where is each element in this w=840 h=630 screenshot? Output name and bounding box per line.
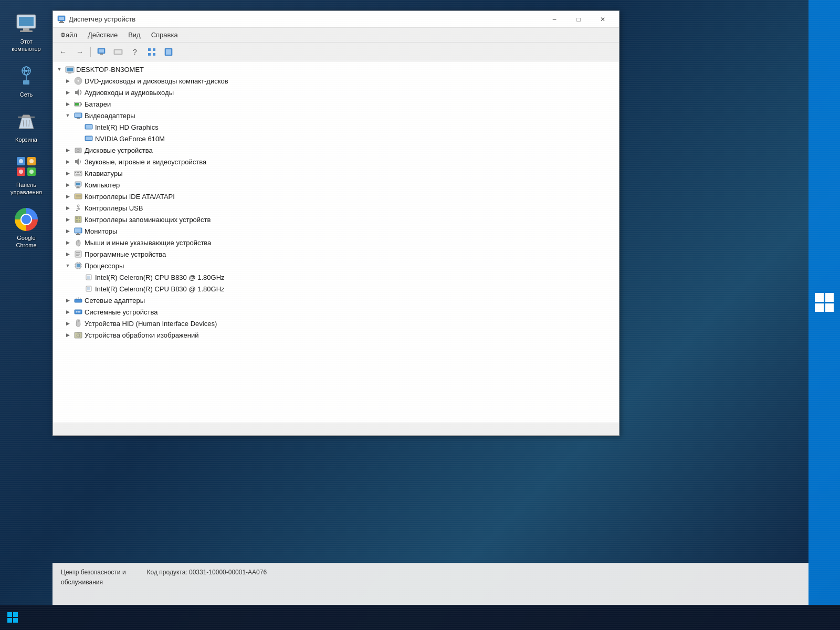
tree-mouse[interactable]: ▶ Мыши и иные указывающие устройства [53, 237, 619, 248]
usb-expander[interactable]: ▶ [64, 204, 72, 212]
monitors-expander[interactable]: ▶ [64, 227, 72, 235]
dvd-label: DVD-дисководы и дисководы компакт-дисков [85, 77, 228, 85]
toolbar-btn-1[interactable] [93, 45, 109, 59]
svg-rect-29 [148, 53, 151, 56]
tree-nvidia-gpu[interactable]: NVIDIA GeForce 610M [53, 133, 619, 144]
disk-expander[interactable]: ▶ [64, 146, 72, 154]
tree-battery[interactable]: ▶ Батареи [53, 98, 619, 110]
tree-cpu1[interactable]: Intel(R) Celeron(R) CPU B830 @ 1.80GHz [53, 271, 619, 283]
net-adapter-icon [74, 296, 83, 305]
maximize-button[interactable]: □ [566, 11, 591, 28]
tree-system-dev[interactable]: ▶ Системные устройства [53, 306, 619, 318]
svg-marker-51 [75, 159, 79, 165]
menu-file[interactable]: Файл [55, 29, 82, 41]
device-tree[interactable]: ▼ DESKTOP-BN3OMET ▶ DVD-дисководы и диск… [53, 61, 619, 423]
tree-net-adapters[interactable]: ▶ Сетевые адаптеры [53, 295, 619, 306]
tree-storage[interactable]: ▶ Контроллеры запоминающих устройств [53, 214, 619, 225]
imaging-label: Устройства обработки изображений [85, 331, 199, 339]
desktop-icon-control-panel[interactable]: Панельуправления [3, 154, 50, 196]
svg-rect-2 [23, 28, 29, 30]
desktop-icon-computer[interactable]: Этоткомпьютер [3, 10, 50, 53]
battery-expander[interactable]: ▶ [64, 100, 72, 108]
taskbar [0, 605, 840, 630]
root-expander[interactable]: ▼ [55, 65, 64, 74]
tree-video[interactable]: ▼ Видеоадаптеры [53, 110, 619, 121]
svg-rect-49 [75, 148, 81, 153]
toolbar-btn-3[interactable]: ? [127, 45, 143, 59]
keyboard-expander[interactable]: ▶ [64, 169, 72, 177]
tree-keyboard[interactable]: ▶ Клавиатуры [53, 167, 619, 179]
computer-icon [14, 10, 39, 36]
system-expander[interactable]: ▶ [64, 308, 72, 316]
minimize-button[interactable]: – [542, 11, 566, 28]
tree-processors[interactable]: ▼ Процессоры [53, 260, 619, 271]
tree-monitors[interactable]: ▶ Мониторы [53, 225, 619, 237]
svg-rect-26 [115, 50, 121, 54]
desktop-icon-chrome[interactable]: GoogleChrome [3, 207, 50, 249]
tree-root[interactable]: ▼ DESKTOP-BN3OMET [53, 64, 619, 75]
menu-help[interactable]: Справка [146, 29, 183, 41]
menu-view[interactable]: Вид [123, 29, 146, 41]
ide-expander[interactable]: ▶ [64, 192, 72, 201]
video-expander[interactable]: ▼ [64, 111, 72, 120]
tree-disk[interactable]: ▶ Дисковые устройства [53, 144, 619, 156]
tree-intel-gpu[interactable]: Intel(R) HD Graphics [53, 121, 619, 133]
tree-software[interactable]: ▶ Программные устройства [53, 248, 619, 260]
net-expander[interactable]: ▶ [64, 296, 72, 304]
mouse-expander[interactable]: ▶ [64, 238, 72, 247]
toolbar-btn-2[interactable] [110, 45, 126, 59]
svg-rect-19 [59, 17, 64, 20]
software-icon [74, 249, 83, 259]
hid-expander[interactable]: ▶ [64, 319, 72, 328]
forward-button[interactable]: → [72, 45, 88, 59]
start-button[interactable] [0, 605, 25, 630]
video-label: Видеоадаптеры [85, 112, 135, 120]
sound-icon [74, 157, 83, 166]
net-adapter-label: Сетевые адаптеры [85, 297, 145, 304]
imaging-expander[interactable]: ▶ [64, 331, 72, 339]
back-button[interactable]: ← [55, 45, 71, 59]
svg-rect-35 [68, 72, 71, 74]
window-title-left: Диспетчер устройств [57, 15, 135, 24]
dvd-expander[interactable]: ▶ [64, 77, 72, 85]
storage-expander[interactable]: ▶ [64, 215, 72, 224]
svg-rect-34 [67, 68, 73, 71]
tree-cpu2[interactable]: Intel(R) Celeron(R) CPU B830 @ 1.80GHz [53, 283, 619, 295]
close-button[interactable]: ✕ [591, 11, 615, 28]
win-logo-q3 [815, 303, 824, 312]
control-panel-icon-label: Панельуправления [10, 181, 42, 196]
sound-expander[interactable]: ▶ [64, 158, 72, 166]
toolbar-btn-5[interactable] [161, 45, 176, 59]
tree-hid[interactable]: ▶ Устройства HID (Human Interface Device… [53, 318, 619, 329]
desktop-icon-recycle[interactable]: Корзина [3, 109, 50, 143]
tree-usb[interactable]: ▶ Контроллеры USB [53, 202, 619, 214]
proc-expander[interactable]: ▼ [64, 261, 72, 270]
tree-computer[interactable]: ▶ Компьютер [53, 179, 619, 191]
usb-label: Контроллеры USB [85, 204, 143, 212]
video-icon [74, 111, 83, 120]
tree-imaging[interactable]: ▶ Устройства обработки изображений [53, 329, 619, 341]
imaging-icon [74, 330, 83, 340]
svg-rect-27 [148, 48, 151, 51]
tree-sound[interactable]: ▶ Звуковые, игровые и видеоустройства [53, 156, 619, 167]
svg-rect-60 [77, 186, 79, 187]
menu-action[interactable]: Действие [82, 29, 123, 41]
nvidia-gpu-expander [74, 134, 82, 143]
tree-audio[interactable]: ▶ Аудиовходы и аудиовыходы [53, 87, 619, 98]
tree-dvd[interactable]: ▶ DVD-дисководы и дисководы компакт-диск… [53, 75, 619, 87]
svg-rect-52 [75, 171, 82, 176]
desktop-icon-network[interactable]: Сеть [3, 64, 50, 98]
svg-rect-75 [79, 220, 80, 222]
window-title-text: Диспетчер устройств [69, 15, 135, 23]
tree-ide[interactable]: ▶ Контроллеры IDE ATA/ATAPI [53, 191, 619, 202]
software-expander[interactable]: ▶ [64, 250, 72, 258]
svg-rect-20 [60, 21, 63, 22]
device-manager-window: Диспетчер устройств – □ ✕ Файл Действие … [52, 10, 620, 436]
computer-icon-label: Этоткомпьютер [12, 38, 40, 53]
audio-expander[interactable]: ▶ [64, 88, 72, 97]
svg-rect-24 [100, 54, 103, 55]
comp-expander[interactable]: ▶ [64, 181, 72, 189]
security-center-text: Центр безопасности иобслуживания [61, 568, 126, 587]
cpu2-label: Intel(R) Celeron(R) CPU B830 @ 1.80GHz [95, 285, 225, 293]
toolbar-btn-4[interactable] [144, 45, 160, 59]
